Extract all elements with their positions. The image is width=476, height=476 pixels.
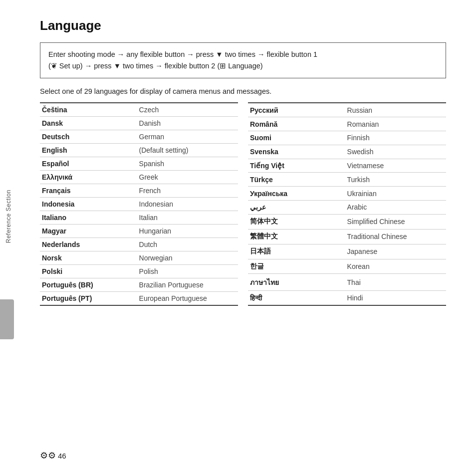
native-language: Español — [40, 157, 135, 171]
english-translation: Italian — [135, 211, 238, 225]
table-row: हिन्दी Hindi — [248, 291, 446, 305]
native-language: Indonesia — [40, 198, 135, 211]
native-language: Magyar — [40, 225, 135, 238]
native-language: 한글 — [248, 259, 343, 274]
native-language: Русский — [248, 103, 343, 117]
english-translation: Polish — [135, 265, 238, 278]
right-language-table: Русский Russian Română Romanian Suomi Fi… — [248, 102, 446, 306]
native-language: English — [40, 144, 135, 157]
table-row: Português (PT) European Portuguese — [40, 292, 238, 306]
english-translation: Brazilian Portuguese — [135, 278, 238, 292]
native-language: Română — [248, 117, 343, 131]
table-row: Dansk Danish — [40, 117, 238, 130]
table-row: عربي Arabic — [248, 201, 446, 215]
instruction-text: Enter shooting mode → any flexible butto… — [48, 50, 317, 70]
table-row: 繁體中文 Traditional Chinese — [248, 229, 446, 244]
native-language: Tiếng Việt — [248, 159, 343, 173]
native-language: Norsk — [40, 251, 135, 265]
table-row: Italiano Italian — [40, 211, 238, 225]
table-row: Svenska Swedish — [248, 145, 446, 159]
page-container: Language Enter shooting mode → any flexi… — [0, 0, 476, 324]
table-row: Polski Polish — [40, 265, 238, 278]
table-row: English (Default setting) — [40, 144, 238, 157]
native-language: Dansk — [40, 117, 135, 130]
english-translation: Spanish — [135, 157, 238, 171]
table-row: Русский Russian — [248, 103, 446, 117]
native-language: Türkçe — [248, 173, 343, 187]
english-translation: Greek — [135, 171, 238, 184]
english-translation: Hungarian — [135, 225, 238, 238]
table-row: Українська Ukrainian — [248, 187, 446, 201]
table-row: Suomi Finnish — [248, 131, 446, 145]
table-row: Deutsch German — [40, 130, 238, 144]
native-language: Italiano — [40, 211, 135, 225]
native-language: Čeština — [40, 103, 135, 117]
table-row: Română Romanian — [248, 117, 446, 131]
sidebar-label: Reference Section — [5, 190, 12, 243]
english-translation: Arabic — [343, 201, 446, 215]
table-row: Norsk Norwegian — [40, 251, 238, 265]
english-translation: Traditional Chinese — [343, 229, 446, 244]
english-translation: Swedish — [343, 145, 446, 159]
page-number: 46 — [58, 452, 66, 460]
footer: ⚙⚙ 46 — [40, 450, 66, 461]
table-row: Español Spanish — [40, 157, 238, 171]
native-language: हिन्दी — [248, 291, 343, 305]
english-translation: Dutch — [135, 238, 238, 251]
native-language: Français — [40, 184, 135, 198]
english-translation: Ukrainian — [343, 187, 446, 201]
native-language: Nederlands — [40, 238, 135, 251]
table-row: Čeština Czech — [40, 103, 238, 117]
left-language-table: Čeština Czech Dansk Danish Deutsch Germa… — [40, 102, 238, 306]
table-row: Français French — [40, 184, 238, 198]
english-translation: Danish — [135, 117, 238, 130]
english-translation: Korean — [343, 259, 446, 274]
english-translation: Russian — [343, 103, 446, 117]
table-row: 日本語 Japanese — [248, 244, 446, 259]
native-language: عربي — [248, 201, 343, 215]
table-row: ภาษาไทย Thai — [248, 274, 446, 291]
english-translation: Thai — [343, 274, 446, 291]
native-language: Українська — [248, 187, 343, 201]
english-translation: (Default setting) — [135, 144, 238, 157]
sidebar-tab — [0, 299, 14, 339]
table-row: Magyar Hungarian — [40, 225, 238, 238]
english-translation: German — [135, 130, 238, 144]
table-row: Indonesia Indonesian — [40, 198, 238, 211]
table-row: Türkçe Turkish — [248, 173, 446, 187]
english-translation: Indonesian — [135, 198, 238, 211]
english-translation: Romanian — [343, 117, 446, 131]
table-row: Ελληνικά Greek — [40, 171, 238, 184]
page-title: Language — [40, 18, 446, 33]
english-translation: Turkish — [343, 173, 446, 187]
native-language: 简体中文 — [248, 214, 343, 229]
table-row: 한글 Korean — [248, 259, 446, 274]
english-translation: Vietnamese — [343, 159, 446, 173]
english-translation: Norwegian — [135, 251, 238, 265]
native-language: Polski — [40, 265, 135, 278]
english-translation: Japanese — [343, 244, 446, 259]
instruction-box: Enter shooting mode → any flexible butto… — [40, 42, 446, 78]
english-translation: European Portuguese — [135, 292, 238, 306]
table-row: Nederlands Dutch — [40, 238, 238, 251]
table-row: 简体中文 Simplified Chinese — [248, 214, 446, 229]
native-language: Deutsch — [40, 130, 135, 144]
native-language: 日本語 — [248, 244, 343, 259]
footer-icon: ⚙⚙ — [40, 450, 56, 461]
english-translation: Hindi — [343, 291, 446, 305]
native-language: 繁體中文 — [248, 229, 343, 244]
english-translation: Finnish — [343, 131, 446, 145]
subtitle: Select one of 29 languages for display o… — [40, 87, 446, 95]
table-row: Português (BR) Brazilian Portuguese — [40, 278, 238, 292]
native-language: Português (BR) — [40, 278, 135, 292]
native-language: Svenska — [248, 145, 343, 159]
language-table-container: Čeština Czech Dansk Danish Deutsch Germa… — [40, 102, 446, 306]
native-language: Suomi — [248, 131, 343, 145]
table-row: Tiếng Việt Vietnamese — [248, 159, 446, 173]
native-language: ภาษาไทย — [248, 274, 343, 291]
native-language: Português (PT) — [40, 292, 135, 306]
native-language: Ελληνικά — [40, 171, 135, 184]
english-translation: Simplified Chinese — [343, 214, 446, 229]
english-translation: French — [135, 184, 238, 198]
english-translation: Czech — [135, 103, 238, 117]
